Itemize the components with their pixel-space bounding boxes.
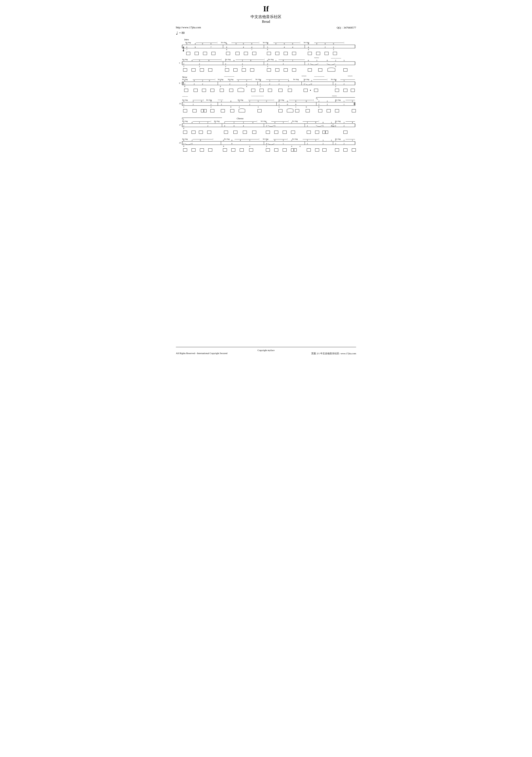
svg-text:0: 0 (184, 79, 185, 82)
svg-text:0: 0 (296, 104, 297, 106)
svg-text:0: 0 (275, 43, 276, 45)
svg-text:~~~: ~~~ (314, 56, 319, 60)
svg-text:0: 0 (226, 43, 227, 45)
svg-rect-300 (352, 109, 356, 112)
footer: Copyright myface All Rights Reserved - I… (176, 347, 356, 355)
svg-text:|: | (344, 42, 344, 44)
svg-text:2: 2 (183, 143, 184, 145)
svg-text:2: 2 (243, 121, 244, 124)
svg-rect-212 (304, 89, 308, 92)
svg-text:2: 2 (327, 100, 328, 102)
song-title: If (176, 4, 356, 13)
svg-rect-208 (260, 89, 264, 92)
svg-rect-451 (343, 149, 347, 152)
svg-rect-293 (258, 109, 262, 112)
svg-text:2: 2 (333, 46, 334, 48)
svg-rect-56 (186, 52, 190, 55)
rhythm-row-2 (183, 68, 347, 72)
svg-text:3: 3 (316, 59, 317, 62)
website-label: http://www.17jita.com (176, 26, 201, 30)
svg-rect-131 (292, 68, 296, 72)
svg-text:0: 0 (192, 121, 193, 124)
svg-text:5: 5 (283, 139, 284, 141)
svg-text:0: 0 (186, 43, 187, 45)
svg-rect-372 (291, 131, 295, 134)
svg-text:1: 1 (296, 106, 296, 108)
svg-rect-59 (211, 52, 215, 55)
svg-text:4: 4 (223, 145, 224, 147)
svg-text:3: 3 (343, 79, 345, 82)
svg-text:2: 2 (283, 63, 284, 65)
svg-text:~~~~~: ~~~~~ (182, 95, 188, 98)
svg-text:2: 2 (193, 104, 194, 106)
tempo-note-icon: ♩ (176, 30, 178, 36)
svg-text:3: 3 (183, 100, 184, 102)
svg-rect-123 (208, 68, 212, 72)
svg-text:|: | (259, 138, 259, 140)
svg-rect-216 (343, 89, 347, 92)
svg-text:0: 0 (279, 100, 280, 102)
svg-text:5: 5 (283, 121, 284, 124)
svg-text:3: 3 (307, 139, 308, 141)
rhythm-row-1 (186, 52, 337, 55)
svg-rect-297 (318, 109, 322, 112)
svg-rect-288 (201, 109, 203, 112)
svg-rect-436 (200, 149, 204, 152)
svg-text:0: 0 (200, 139, 201, 141)
svg-text:0: 0 (327, 59, 328, 62)
svg-text:2: 2 (221, 100, 222, 102)
svg-rect-363 (199, 131, 203, 134)
svg-text:0: 0 (318, 106, 319, 108)
svg-text:|: | (221, 58, 222, 60)
svg-rect-450 (335, 149, 339, 152)
rights-text: All Rights Reserved - International Copy… (176, 352, 227, 355)
svg-text:0: 0 (287, 104, 288, 106)
svg-text:2: 2 (239, 100, 240, 102)
svg-text:2: 2 (183, 125, 184, 127)
svg-text:3: 3 (335, 139, 336, 141)
svg-text:3: 3 (323, 139, 324, 141)
svg-text:5: 5 (179, 62, 180, 64)
svg-text:Verse: Verse (182, 76, 187, 78)
svg-rect-60 (226, 52, 230, 55)
svg-text:3: 3 (199, 59, 200, 62)
svg-rect-377 (343, 131, 347, 134)
svg-text:2: 2 (291, 121, 292, 124)
svg-rect-211 (288, 89, 292, 92)
svg-text:2: 2 (183, 121, 184, 124)
svg-text:4: 4 (253, 121, 254, 124)
svg-text:4: 4 (220, 85, 221, 87)
svg-text:0: 0 (231, 100, 232, 102)
svg-text:3: 3 (249, 139, 250, 141)
svg-text:2: 2 (343, 83, 344, 85)
svg-text:2: 2 (318, 104, 319, 106)
svg-rect-134 (343, 68, 347, 72)
svg-text:2: 2 (343, 143, 344, 145)
svg-text:4: 4 (284, 46, 285, 48)
svg-text:7: 7 (210, 46, 211, 48)
svg-rect-129 (275, 68, 279, 72)
svg-rect-294 (279, 109, 283, 112)
svg-rect-127 (250, 68, 254, 72)
svg-text:0: 0 (235, 43, 236, 45)
svg-rect-369 (266, 131, 270, 134)
tempo-marking: ♩ = 80 (176, 30, 356, 36)
svg-text:2: 2 (315, 139, 316, 141)
svg-text:2: 2 (269, 83, 270, 85)
svg-rect-446 (294, 149, 297, 152)
svg-text:0: 0 (335, 100, 336, 102)
svg-text:2: 2 (199, 63, 200, 65)
svg-text:1: 1 (352, 139, 353, 141)
svg-text:1: 1 (308, 63, 309, 65)
svg-text:3: 3 (260, 85, 261, 87)
svg-text:2: 2 (335, 85, 336, 87)
svg-text:0: 0 (333, 43, 334, 45)
svg-text:2: 2 (307, 143, 308, 145)
svg-rect-70 (325, 52, 329, 55)
page-info: 页面 2/1 中文吉他音乐社区- www.17jita.com (311, 352, 356, 355)
section-intro: Intro (184, 38, 189, 41)
svg-rect-449 (323, 149, 327, 152)
svg-text:2: 2 (225, 63, 226, 65)
svg-text:1: 1 (343, 100, 344, 102)
svg-text:2: 2 (333, 48, 334, 51)
